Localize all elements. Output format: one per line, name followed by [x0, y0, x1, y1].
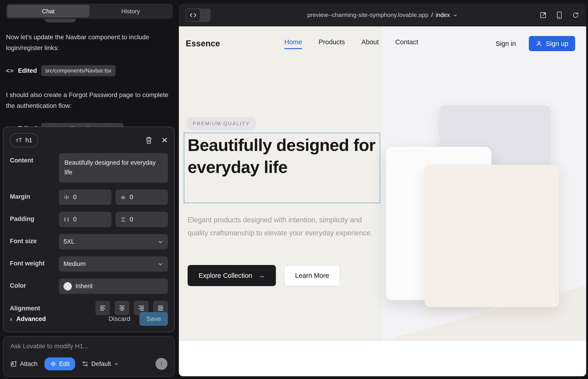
- font-size-select[interactable]: 5XL: [59, 234, 168, 249]
- url-separator: /: [431, 12, 433, 19]
- discard-button[interactable]: Discard: [108, 315, 130, 323]
- nav-link-products[interactable]: Products: [319, 38, 345, 49]
- site-logo[interactable]: Essence: [186, 39, 284, 48]
- explore-collection-button[interactable]: Explore Collection →: [187, 265, 276, 286]
- selected-element-pill[interactable]: тT h1: [10, 133, 38, 147]
- margin-row: Margin 0 0: [10, 190, 168, 205]
- sign-in-button[interactable]: Sign in: [495, 40, 516, 47]
- chevron-down-icon: [158, 261, 163, 267]
- font-weight-row: Font weight Medium: [10, 256, 168, 272]
- default-mode-button[interactable]: Default: [82, 360, 119, 367]
- open-in-new-tab-button[interactable]: [539, 12, 547, 19]
- edited-file-chip[interactable]: src/pages/ForgotPassword.tsx: [41, 123, 123, 127]
- user-icon: [536, 40, 542, 47]
- hero-paragraph[interactable]: Elegant products designed with intention…: [187, 213, 376, 239]
- font-size-row: Font size 5XL: [10, 234, 168, 249]
- edit-mode-button[interactable]: Edit: [45, 357, 76, 370]
- hero-heading[interactable]: Beautifully designed for everyday life: [187, 134, 380, 178]
- tab-chat[interactable]: Chat: [7, 5, 90, 18]
- browser-chrome: preview--charming-site-symphony.lovable.…: [179, 4, 586, 26]
- nav-link-home[interactable]: Home: [284, 38, 302, 49]
- margin-vertical-icon: [120, 194, 126, 200]
- padding-row: Padding 0 0: [10, 212, 168, 227]
- trash-icon: [145, 136, 152, 144]
- edited-file-row: <> Edited src/pages/ForgotPassword.tsx: [6, 123, 172, 127]
- content-row: Content Beautifully designed for everyda…: [10, 153, 168, 183]
- site-viewport: Essence Home Products About Contact Sign…: [179, 26, 586, 376]
- chevron-down-icon: [453, 13, 458, 18]
- align-justify-icon: [157, 305, 164, 311]
- refresh-icon: [572, 12, 579, 19]
- arrow-up-icon: ↑: [160, 360, 163, 367]
- decor-card-cream: [424, 165, 559, 307]
- chat-panel: Chat History Now let's update the Navbar…: [0, 0, 179, 379]
- padding-horizontal-input[interactable]: 0: [59, 212, 111, 227]
- assistant-message: Now let's update the Navbar component to…: [6, 32, 169, 53]
- refresh-button[interactable]: [572, 12, 579, 19]
- send-button[interactable]: ↑: [155, 358, 167, 370]
- edited-file-row: <> Edited src/components/Navbar.tsx: [6, 65, 172, 76]
- margin-vertical-input[interactable]: 0: [116, 190, 168, 205]
- margin-horizontal-input[interactable]: 0: [59, 190, 111, 205]
- nav-link-about[interactable]: About: [361, 38, 379, 49]
- target-icon: [50, 361, 56, 367]
- align-center-icon: [119, 305, 125, 311]
- preview-area: preview--charming-site-symphony.lovable.…: [179, 0, 588, 379]
- margin-horizontal-icon: [63, 194, 69, 200]
- url-domain: preview--charming-site-symphony.lovable.…: [307, 12, 428, 19]
- composer-input[interactable]: [10, 343, 167, 350]
- learn-more-button[interactable]: Learn More: [284, 265, 340, 286]
- save-button[interactable]: Save: [139, 312, 168, 326]
- color-label: Color: [10, 279, 59, 289]
- padding-vertical-input[interactable]: 0: [116, 212, 168, 227]
- code-icon: [186, 8, 201, 22]
- padding-vertical-icon: [120, 217, 126, 222]
- arrow-right-icon: →: [258, 272, 265, 279]
- close-editor-button[interactable]: ✕: [161, 136, 168, 145]
- mobile-icon: [556, 11, 562, 19]
- chevron-down-icon: [114, 361, 119, 366]
- sign-up-button[interactable]: Sign up: [529, 36, 575, 51]
- editor-header: тT h1 ✕: [10, 133, 168, 147]
- align-left-icon: [99, 305, 106, 311]
- chat-message-list[interactable]: Now let's update the Navbar component to…: [3, 19, 175, 127]
- edited-file-chip[interactable]: src/components/Navbar.tsx: [41, 65, 116, 76]
- element-editor-panel: тT h1 ✕ Content Beautifully designed for…: [3, 127, 175, 332]
- code-icon: <>: [6, 125, 14, 127]
- chevron-down-icon: [158, 239, 163, 245]
- sliders-icon: [82, 361, 89, 367]
- code-preview-toggle[interactable]: [186, 8, 211, 22]
- url-bar[interactable]: preview--charming-site-symphony.lovable.…: [307, 12, 458, 19]
- content-label: Content: [10, 153, 59, 164]
- preview-browser: preview--charming-site-symphony.lovable.…: [179, 4, 586, 376]
- edited-label: Edited: [18, 67, 37, 74]
- advanced-toggle[interactable]: › Advanced: [10, 315, 46, 323]
- margin-label: Margin: [10, 190, 59, 200]
- code-icon: <>: [6, 67, 14, 74]
- color-swatch: [63, 282, 72, 290]
- app-root: Chat History Now let's update the Navbar…: [0, 0, 588, 379]
- site-navbar: Essence Home Products About Contact Sign…: [179, 26, 586, 61]
- assistant-message: I should also create a Forgot Password p…: [6, 90, 169, 111]
- typography-icon: тT: [16, 137, 22, 143]
- nav-link-contact[interactable]: Contact: [395, 38, 418, 49]
- color-row: Color Inherit: [10, 279, 168, 294]
- attach-button[interactable]: Attach: [10, 360, 38, 367]
- edited-label: Edited: [18, 125, 37, 127]
- chevron-right-icon: ›: [10, 315, 12, 323]
- next-section: [179, 341, 586, 376]
- tab-history[interactable]: History: [90, 5, 172, 18]
- padding-label: Padding: [10, 212, 59, 222]
- content-input[interactable]: Beautifully designed for everyday life: [59, 153, 168, 183]
- chat-history-tabbar: Chat History: [6, 4, 173, 19]
- mobile-view-button[interactable]: [556, 11, 562, 19]
- align-right-icon: [138, 305, 145, 311]
- external-link-icon: [539, 12, 547, 19]
- font-size-label: Font size: [10, 234, 59, 245]
- delete-element-button[interactable]: [145, 136, 152, 144]
- color-select[interactable]: Inherit: [59, 279, 168, 294]
- hero-badge: PREMIUM QUALITY: [186, 117, 257, 130]
- font-weight-select[interactable]: Medium: [59, 256, 168, 272]
- font-weight-label: Font weight: [10, 256, 59, 267]
- element-tag: h1: [25, 137, 32, 144]
